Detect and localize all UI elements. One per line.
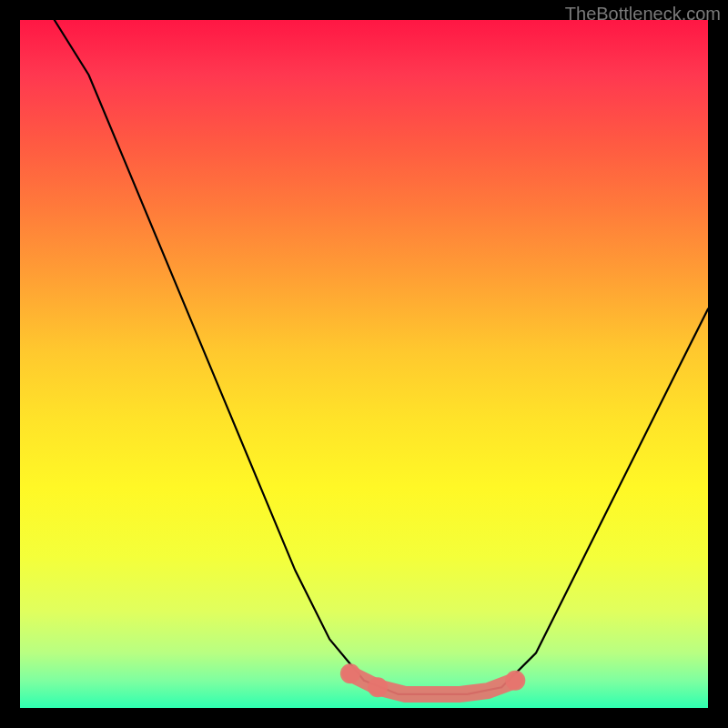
highlight-dot xyxy=(505,671,525,691)
highlight-dot xyxy=(368,677,388,697)
curve-svg xyxy=(20,20,708,708)
bottleneck-chart: TheBottleneck.com xyxy=(0,0,728,728)
highlight-dot xyxy=(340,663,360,683)
attribution-label: TheBottleneck.com xyxy=(565,4,721,25)
plot-area xyxy=(20,20,708,708)
bottleneck-curve-path xyxy=(55,20,708,694)
